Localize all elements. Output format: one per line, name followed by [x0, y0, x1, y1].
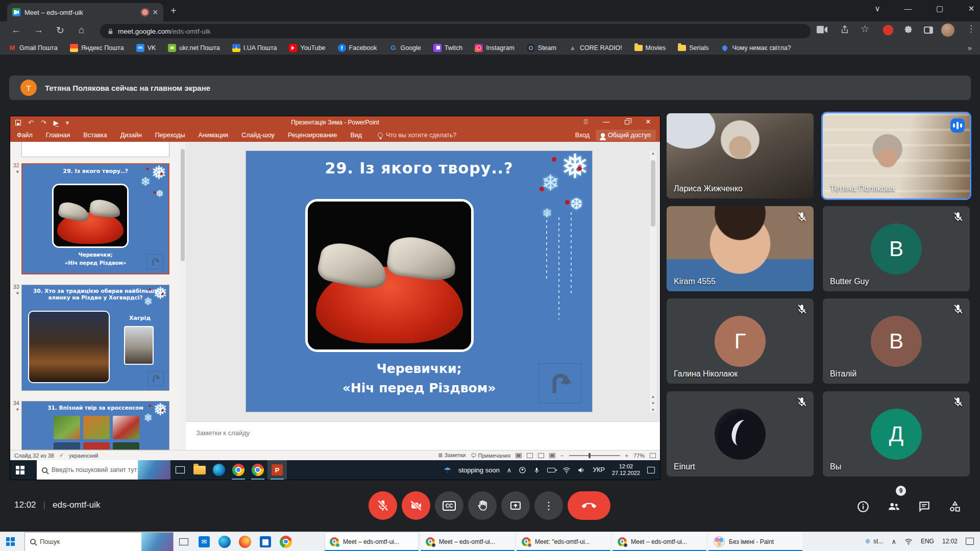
tab-close-icon[interactable]: ✕ [152, 9, 158, 16]
spellcheck-icon[interactable]: ✓ [59, 452, 64, 459]
participant-tile-tetiana[interactable]: Тетяна Полякова [823, 113, 970, 198]
address-bar[interactable]: meet.google.com/eds-omtf-uik [100, 24, 811, 38]
slide-thumbnail-33[interactable]: 30. Хто за традицією обирав найбільшу ял… [21, 285, 169, 391]
save-icon[interactable] [15, 120, 21, 126]
slide-thumbnail-32[interactable]: 29. Із якого твору..? Черевички; «Ніч пе… [21, 163, 169, 274]
hidden-icons-chevron[interactable]: ∧ [891, 538, 896, 545]
notes-pane[interactable]: Заметки к слайду [186, 421, 660, 450]
teams-icon[interactable] [519, 466, 526, 474]
ribbon-tab-file[interactable]: Файл [17, 132, 33, 139]
chrome-button-2[interactable] [248, 460, 267, 480]
taskbar-window-meet-4[interactable]: Meet – eds-omtf-ui... [612, 532, 706, 551]
speaker-icon[interactable] [578, 467, 585, 473]
language-indicator[interactable]: УКР [593, 466, 605, 473]
bookmark-iua[interactable]: iІ.UA Пошта [232, 44, 277, 52]
sidebar-icon[interactable] [924, 27, 933, 34]
start-button[interactable] [10, 460, 30, 480]
zoom-in-button[interactable]: + [625, 453, 628, 459]
bookmark-ukrnet[interactable]: ✉ukr.net Пошта [168, 44, 220, 52]
window-close-button[interactable]: ✕ [965, 4, 978, 13]
bookmark-no-light[interactable]: Чому немає світла? [721, 44, 791, 52]
bookmark-twitch[interactable]: Twitch [433, 44, 462, 52]
comments-toggle[interactable]: 🗩 Примечания [471, 453, 511, 459]
captions-button[interactable]: CC [435, 491, 463, 520]
ribbon-tab-review[interactable]: Рецензирование [288, 132, 337, 139]
end-call-button[interactable] [568, 491, 610, 520]
bookmark-gmail[interactable]: MGmail Пошта [8, 44, 58, 52]
ribbon-tab-view[interactable]: Вид [350, 132, 362, 139]
start-button[interactable] [0, 532, 20, 551]
bookmarks-overflow-chevron[interactable]: » [968, 43, 972, 52]
bookmark-facebook[interactable]: fFacebook [338, 44, 377, 52]
forward-button[interactable]: → [34, 24, 43, 36]
task-view-button[interactable] [174, 532, 194, 551]
extensions-puzzle-icon[interactable] [903, 25, 913, 35]
participant-tile-halyna[interactable]: Г Галина Ніколаюк [667, 298, 814, 384]
reload-button[interactable]: ↻ [56, 24, 64, 36]
new-tab-button[interactable]: + [170, 6, 177, 15]
present-button[interactable] [501, 491, 530, 520]
wifi-icon[interactable] [904, 538, 913, 545]
participant-tile-butter-guy[interactable]: B Butter Guy [823, 206, 970, 291]
ppt-minimize-button[interactable]: — [599, 118, 614, 126]
bookmark-star-icon[interactable]: ☆ [861, 23, 869, 35]
notes-toggle[interactable]: ≣ Заметки [438, 452, 465, 459]
edge-button[interactable] [209, 460, 229, 480]
action-center-icon[interactable] [966, 538, 974, 545]
reading-view-icon[interactable] [538, 453, 544, 458]
ppt-ribbon-display-icon[interactable]: ⍐ [578, 118, 594, 126]
bookmark-movies-folder[interactable]: Movies [634, 44, 666, 52]
raise-hand-button[interactable] [468, 491, 497, 520]
slide-thumbnail-partial[interactable] [21, 142, 169, 157]
bookmark-steam[interactable]: Steam [527, 44, 556, 52]
taskbar-window-meet-3[interactable]: Meet: "eds-omtf-ui... [517, 532, 610, 551]
ribbon-tab-insert[interactable]: Вставка [83, 132, 107, 139]
ppt-share-button[interactable]: Общий доступ [596, 130, 656, 141]
activities-button[interactable] [948, 500, 962, 513]
fit-to-window-icon[interactable] [650, 453, 656, 458]
ribbon-tab-design[interactable]: Дизайн [120, 132, 142, 139]
participant-tile-you[interactable]: Д Вы [823, 391, 970, 477]
firefox-button[interactable] [235, 532, 255, 551]
bookmark-serials-folder[interactable]: Serials [678, 44, 708, 52]
wifi-icon[interactable] [562, 467, 571, 473]
adblock-icon[interactable] [883, 25, 893, 35]
window-maximize-button[interactable]: ▢ [933, 4, 946, 13]
language-indicator[interactable]: ENG [921, 538, 934, 545]
ribbon-tab-home[interactable]: Главная [46, 132, 70, 139]
thumbnail-scrollbar[interactable] [180, 142, 186, 450]
zoom-out-button[interactable]: − [560, 453, 564, 459]
language-indicator[interactable]: украинский [69, 453, 98, 459]
slide-thumbnail-34[interactable]: 31. Впізнай твір за кроссенсом ❅❄ [21, 401, 169, 450]
bookmark-google[interactable]: GGoogle [389, 44, 421, 52]
file-explorer-button[interactable] [190, 460, 209, 480]
camera-capture-icon[interactable] [817, 25, 828, 34]
hidden-icons-chevron[interactable]: ∧ [507, 466, 512, 474]
menu-kebab-icon[interactable]: ⋮ [967, 23, 975, 34]
participant-tile-larysa[interactable]: Лариса Жижченко [667, 113, 814, 198]
more-options-button[interactable]: ⋮ [534, 491, 563, 520]
store-button[interactable] [255, 532, 276, 551]
tab-search-chevron-icon[interactable]: ∨ [871, 4, 884, 13]
clock[interactable]: 12:0227.12.2022 [612, 463, 640, 477]
slide-sorter-icon[interactable] [527, 453, 533, 458]
chrome-button[interactable] [276, 532, 296, 551]
ribbon-tab-transitions[interactable]: Переходы [155, 132, 185, 139]
back-button[interactable]: ← [11, 24, 21, 36]
action-center-icon[interactable] [647, 467, 655, 473]
ppt-sign-in[interactable]: Вход [575, 132, 590, 139]
zoom-slider[interactable] [569, 455, 620, 456]
weather-tray-item[interactable]: ❄ st... [865, 537, 883, 545]
clock[interactable]: 12:02 [942, 538, 958, 545]
bookmark-core-radio[interactable]: ▲CORE RADIO! [569, 44, 622, 52]
battery-icon[interactable] [547, 468, 555, 472]
camera-toggle-button[interactable] [402, 491, 430, 520]
profile-avatar[interactable] [941, 23, 954, 37]
slideshow-view-icon[interactable] [549, 453, 555, 458]
task-view-button[interactable] [170, 460, 190, 480]
ppt-close-button[interactable]: ✕ [641, 118, 656, 126]
chat-button[interactable] [918, 500, 931, 513]
tell-me-box[interactable]: Что вы хотите сделать? [378, 132, 456, 139]
mic-toggle-button[interactable] [369, 491, 397, 520]
taskbar-search-box[interactable]: Введіть пошуковий запит тут [37, 460, 170, 480]
